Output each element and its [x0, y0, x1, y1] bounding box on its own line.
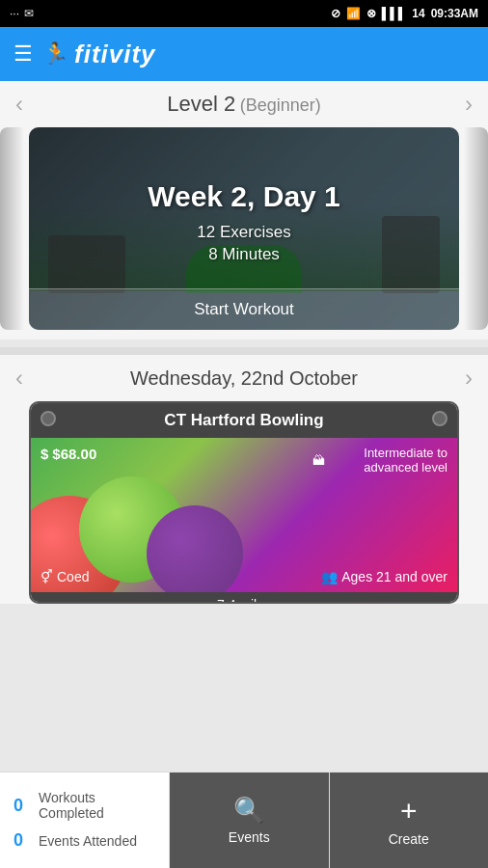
- search-icon: 🔍: [233, 796, 264, 826]
- create-tab-label: Create: [389, 831, 429, 847]
- next-date-arrow-icon[interactable]: ›: [465, 365, 473, 392]
- event-card-body: $ $68.00 🏔 Intermediate to advanced leve…: [31, 438, 457, 592]
- prev-date-arrow-icon[interactable]: ‹: [15, 365, 23, 392]
- pin-left-icon: [41, 411, 56, 426]
- plus-icon: +: [400, 795, 418, 827]
- no-music-icon: ⊘: [331, 7, 340, 20]
- hamburger-icon[interactable]: ☰: [14, 41, 33, 67]
- main-content: ‹ Level 2 (Beginner) › Week 2: [0, 81, 488, 772]
- event-gender: ⚥ Coed: [41, 569, 89, 584]
- logo-icon: 🏃: [42, 41, 68, 67]
- event-name-label: CT Hartford Bowling: [164, 411, 323, 430]
- workout-card-bg: Week 2, Day 1 12 Exercises 8 Minutes Sta…: [29, 127, 459, 330]
- tab-events[interactable]: 🔍 Events: [170, 773, 330, 868]
- workout-card-content: Week 2, Day 1 12 Exercises 8 Minutes: [148, 180, 340, 277]
- bottom-tabs: 🔍 Events + Create: [169, 773, 488, 868]
- people-icon: 👥: [321, 569, 338, 584]
- next-arrow-icon[interactable]: ›: [465, 91, 473, 118]
- distance-label: 7.4 miles: [217, 597, 271, 604]
- events-section: ‹ Wednesday, 22nd October › CT Hartford …: [0, 355, 488, 604]
- level-title: Level 2 (Beginner): [167, 92, 320, 117]
- gender-label: Coed: [57, 569, 89, 584]
- time-label: 09:33AM: [431, 7, 478, 20]
- edge-card-left: [0, 127, 24, 330]
- event-price: $ $68.00: [41, 446, 96, 462]
- logo-area: 🏃 fitivity: [42, 40, 156, 69]
- workouts-label: Workouts Completed: [39, 790, 155, 821]
- level-row: ‹ Level 2 (Beginner) ›: [0, 81, 488, 127]
- pin-right-icon: [432, 411, 447, 426]
- status-bar: ··· ✉ ⊘ 📶 ⊗ ▌▌▌ 14 09:33AM: [0, 0, 488, 27]
- workout-card: Week 2, Day 1 12 Exercises 8 Minutes Sta…: [29, 127, 459, 330]
- bottom-stats: 0 Workouts Completed 0 Events Attended: [0, 773, 169, 868]
- app-name-label: fitivity: [74, 40, 156, 69]
- date-label: Wednesday, 22nd October: [130, 367, 358, 390]
- events-tab-label: Events: [229, 829, 270, 845]
- mail-icon: ✉: [24, 7, 34, 20]
- dots-indicator: ···: [10, 7, 19, 20]
- events-attended-label: Events Attended: [39, 833, 137, 849]
- bowling-ball-purple: [147, 505, 243, 592]
- prev-arrow-icon[interactable]: ‹: [15, 91, 23, 118]
- exercises-label: 12 Exercises: [148, 223, 340, 242]
- edge-card-right: [464, 127, 488, 330]
- battery-label: 14: [412, 7, 424, 20]
- status-right: ⊘ 📶 ⊗ ▌▌▌ 14 09:33AM: [331, 7, 478, 20]
- event-card-header: CT Hartford Bowling: [31, 403, 457, 438]
- minutes-label: 8 Minutes: [148, 245, 340, 264]
- workouts-stat-row: 0 Workouts Completed: [14, 790, 155, 821]
- price-label: $68.00: [52, 446, 96, 462]
- level-label: Intermediate to advanced level: [331, 446, 447, 475]
- start-workout-button[interactable]: Start Workout: [29, 288, 459, 330]
- wifi-icon: 📶: [346, 7, 361, 20]
- event-card[interactable]: CT Hartford Bowling $ $68.00 🏔 Intermedi…: [29, 401, 459, 604]
- event-card-container: CT Hartford Bowling $ $68.00 🏔 Intermedi…: [0, 401, 488, 604]
- signal-icon: ▌▌▌: [382, 7, 407, 20]
- bottom-bar: 0 Workouts Completed 0 Events Attended 🔍…: [0, 772, 488, 868]
- workout-day-title: Week 2, Day 1: [148, 180, 340, 213]
- app-header: ☰ 🏃 fitivity: [0, 27, 488, 81]
- event-level: 🏔 Intermediate to advanced level: [312, 446, 447, 475]
- blocked-icon: ⊗: [366, 7, 376, 20]
- workouts-count: 0: [14, 796, 29, 816]
- status-left: ··· ✉: [10, 7, 34, 20]
- workout-section: ‹ Level 2 (Beginner) › Week 2: [0, 81, 488, 339]
- events-stat-row: 0 Events Attended: [14, 830, 155, 851]
- age-label: Ages 21 and over: [341, 569, 447, 584]
- level-icon: 🏔: [312, 453, 325, 468]
- event-age: 👥 Ages 21 and over: [321, 569, 447, 584]
- event-distance: 7.4 miles: [31, 592, 457, 604]
- tab-create[interactable]: + Create: [330, 773, 489, 868]
- gender-icon: ⚥: [41, 569, 53, 584]
- workout-card-container: Week 2, Day 1 12 Exercises 8 Minutes Sta…: [0, 127, 488, 330]
- section-gap: [0, 347, 488, 355]
- date-row: ‹ Wednesday, 22nd October ›: [0, 355, 488, 401]
- events-count: 0: [14, 830, 29, 851]
- dollar-icon: $: [41, 446, 48, 462]
